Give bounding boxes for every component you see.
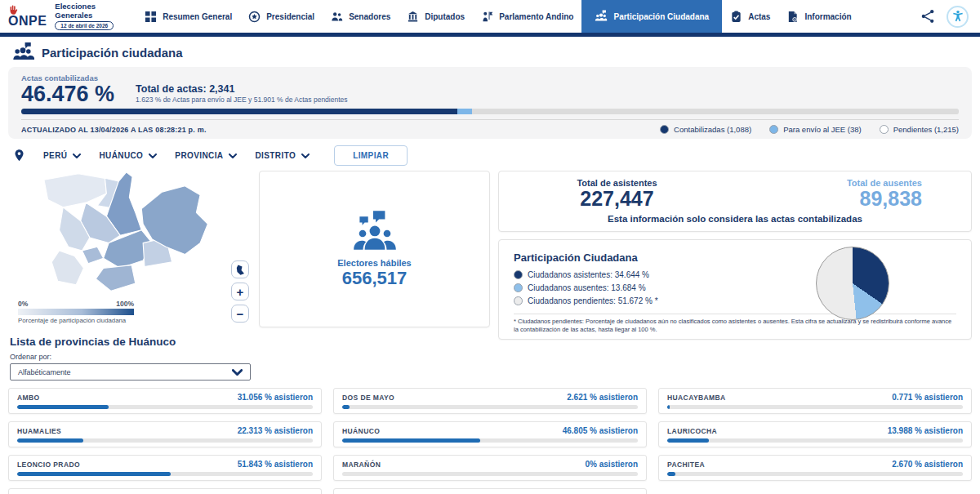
electores-label: Electores hábiles <box>337 258 412 268</box>
legend-dot <box>880 125 889 134</box>
province-card-huanuco[interactable]: HUÁNUCO46.805 % asistieron <box>333 421 647 447</box>
province-name: AMBO <box>17 394 40 402</box>
province-bar <box>17 472 313 476</box>
updated-timestamp: ACTUALIZADO AL 13/04/2026 A LAS 08:28:21… <box>21 126 207 134</box>
legend-dot <box>514 270 523 279</box>
nav-item-senadores[interactable]: Senadores <box>323 0 399 33</box>
nav-item-parlamento-andino[interactable]: Parlamento Andino <box>473 0 581 33</box>
scale-min-label: 0% <box>18 300 28 308</box>
province-pct: 31.056 % asistieron <box>238 393 313 402</box>
asistentes-value: 227,447 <box>499 188 735 209</box>
nav-item-resumen-general[interactable]: Resumen General <box>136 0 240 33</box>
clear-filters-button[interactable]: LIMPIAR <box>334 145 408 166</box>
accessibility-button[interactable] <box>947 6 969 28</box>
participation-group-icon <box>595 10 608 23</box>
participation-title: Participación Ciudadana <box>514 251 956 264</box>
filter-province-dropdown[interactable]: PROVINCIA <box>175 151 237 160</box>
attendance-card: Total de asistentes 227,447 Total de aus… <box>498 171 972 231</box>
nav-label: Presidencial <box>266 12 314 21</box>
legend-dot <box>514 283 523 292</box>
andean-parliament-icon <box>481 11 493 23</box>
brand-line1: Elecciones <box>55 2 114 11</box>
ausentes-value: 89,838 <box>735 188 922 209</box>
nav-item-actas[interactable]: Actas <box>722 0 778 33</box>
legend-dot <box>660 125 669 134</box>
province-pct: 0.771 % asistieron <box>892 393 963 402</box>
share-icon[interactable] <box>920 9 935 24</box>
province-pct: 2.670 % asistieron <box>892 460 963 469</box>
filter-region-dropdown[interactable]: HUÁNUCO <box>99 151 157 160</box>
province-bar <box>17 438 313 443</box>
filter-country-value: PERÚ <box>43 151 67 160</box>
senators-icon <box>331 11 343 23</box>
legend-label: Contabilizadas (1,088) <box>674 125 751 134</box>
province-bar-fill <box>17 472 171 476</box>
nav-item-diputados[interactable]: Diputados <box>399 0 473 33</box>
province-card-leoncio-prado[interactable]: LEONCIO PRADO51.843 % asistieron <box>8 455 322 481</box>
accessibility-person-icon <box>951 10 964 23</box>
top-navbar: ONPE Elecciones Generales 12 de abril de… <box>0 0 980 33</box>
filter-country-dropdown[interactable]: PERÚ <box>43 151 81 160</box>
province-pct: 46.805 % asistieron <box>563 426 638 435</box>
province-name: DOS DE MAYO <box>342 394 394 402</box>
province-cards-grid: AMBO31.056 % asistieron DOS DE MAYO2.621… <box>8 388 972 494</box>
legend-item-para-envio: Para envío al JEE (38) <box>769 125 862 134</box>
nav-item-participacion-ciudadana[interactable]: Participación Ciudadana <box>581 0 722 33</box>
asistentes-block: Total de asistentes 227,447 <box>499 178 735 209</box>
grid-icon <box>145 11 157 23</box>
pie-legend-ausentes: Ciudadanos ausentes: 13.684 % <box>514 283 956 292</box>
filter-district-dropdown[interactable]: DISTRITO <box>255 151 310 160</box>
onpe-text: ONPE <box>8 15 47 28</box>
province-name: PACHITEA <box>667 461 705 469</box>
chevron-down-icon <box>73 154 81 158</box>
province-bar <box>667 438 963 443</box>
huanuco-choropleth-map[interactable] <box>8 171 225 295</box>
province-bar <box>667 472 963 476</box>
acta-check-icon <box>730 11 742 23</box>
nav-item-presidencial[interactable]: Presidencial <box>240 0 323 33</box>
page-title: Participación ciudadana <box>42 46 183 60</box>
province-card-lauricocha[interactable]: LAURICOCHA13.988 % asistieron <box>658 421 972 447</box>
nav-label: Participación Ciudadana <box>613 12 709 21</box>
scale-max-label: 100% <box>116 300 134 308</box>
province-card-ambo[interactable]: AMBO31.056 % asistieron <box>8 388 322 414</box>
progress-counted-segment <box>21 109 457 114</box>
province-card-huacaybamba[interactable]: HUACAYBAMBA0.771 % asistieron <box>658 388 972 414</box>
nav-item-informacion[interactable]: Información <box>778 0 859 33</box>
main-nav: Resumen General Presidencial Senadores D… <box>136 0 860 33</box>
province-card-maranon[interactable]: MARAÑÓN0% asistieron <box>333 455 647 481</box>
pendientes-footnote: * Ciudadanos pendientes: Porcentaje de c… <box>514 318 956 335</box>
map-zoom-out-button[interactable]: − <box>231 305 249 323</box>
province-bar-fill <box>342 438 480 443</box>
location-pin-icon <box>13 149 25 162</box>
nav-label: Parlamento Andino <box>499 12 573 21</box>
pie-legend: Ciudadanos asistentes: 34.644 % Ciudadan… <box>514 270 956 305</box>
province-pct: 0% asistieron <box>586 460 638 469</box>
legend-label: Ciudadanos asistentes: 34.644 % <box>528 270 649 279</box>
map-reset-button[interactable] <box>231 260 249 278</box>
province-card-huamalies[interactable]: HUAMALIES22.313 % asistieron <box>8 421 322 447</box>
sort-select-value: Alfabéticamente <box>18 368 71 376</box>
legend-dot <box>769 125 778 134</box>
sort-select[interactable]: Alfabéticamente <box>10 363 251 381</box>
nav-label: Diputados <box>425 12 465 21</box>
nav-label: Actas <box>748 12 770 21</box>
electores-habiles-card: Electores hábiles 656,517 <box>259 171 490 327</box>
map-zoom-in-button[interactable]: + <box>231 283 249 300</box>
province-card-yarowilca[interactable]: YAROWILCA31.930 % asistieron <box>333 488 647 494</box>
province-card-dos-de-mayo[interactable]: DOS DE MAYO2.621 % asistieron <box>333 388 647 414</box>
header-accent-bar <box>0 33 980 37</box>
chevron-down-icon <box>229 154 237 158</box>
province-card-puerto-inca[interactable]: PUERTO INCA39.478 % asistieron <box>8 488 322 494</box>
filter-province-value: PROVINCIA <box>175 151 223 160</box>
chevron-down-icon <box>301 154 310 158</box>
progress-transit-segment <box>457 109 473 114</box>
province-name: HUAMALIES <box>17 427 61 435</box>
brand-title: Elecciones Generales <box>55 2 114 20</box>
pie-legend-pendientes: Ciudadanos pendientes: 51.672 % * <box>514 296 956 305</box>
province-bar-fill <box>17 405 109 409</box>
province-card-pachitea[interactable]: PACHITEA2.670 % asistieron <box>658 455 972 481</box>
onpe-logo[interactable]: ONPE Elecciones Generales 12 de abril de… <box>8 0 125 33</box>
province-bar-fill <box>667 472 675 476</box>
brand-block: Elecciones Generales 12 de abril de 2026 <box>55 2 114 31</box>
